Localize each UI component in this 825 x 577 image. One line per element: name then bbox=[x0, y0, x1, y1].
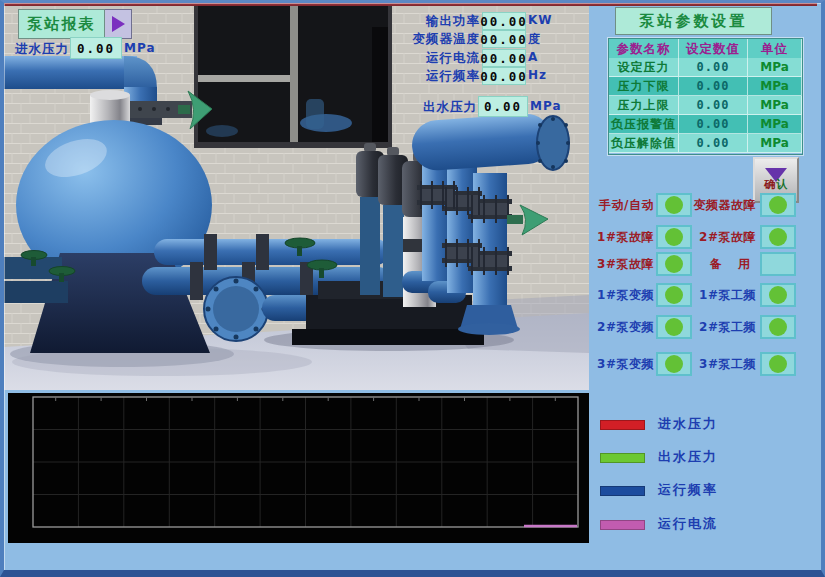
trend-chart bbox=[8, 393, 589, 543]
spare-lamp[interactable] bbox=[760, 252, 796, 276]
param-value[interactable]: 0.00 bbox=[679, 115, 748, 134]
run-frequency-unit: Hz bbox=[528, 68, 574, 82]
pump2-vfd-label: 2#泵变频 bbox=[592, 315, 654, 339]
pump2-fault-lamp[interactable] bbox=[760, 225, 796, 249]
outlet-pressure-label: 出水压力 bbox=[360, 99, 477, 116]
legend-swatch-current bbox=[600, 520, 645, 530]
param-unit: MPa bbox=[748, 115, 802, 134]
outlet-pressure-value: 0.00 bbox=[478, 96, 528, 117]
confirm-label-1: 确 bbox=[764, 178, 776, 191]
run-current-label: 运行电流 bbox=[360, 50, 480, 67]
run-current-value: 00.00 bbox=[482, 49, 526, 67]
param-name: 设定压力 bbox=[609, 58, 679, 77]
top-accent-strip bbox=[4, 3, 817, 6]
indicator-row: 3#泵故障 备 用 bbox=[590, 252, 821, 276]
legend-item: 进水压力 bbox=[590, 416, 821, 436]
legend-label-outlet: 出水压力 bbox=[658, 449, 718, 465]
confirm-label-2: 认 bbox=[776, 178, 788, 191]
spare-label: 备 用 bbox=[690, 252, 756, 276]
run-current-unit: A bbox=[528, 50, 574, 64]
col-header-name: 参数名称 bbox=[609, 39, 679, 60]
pump1-mains-lamp[interactable] bbox=[760, 283, 796, 307]
report-button-label: 泵站报表 bbox=[18, 9, 105, 39]
pump-station-hmi-screen: { "scene": { "report_button_label": "泵站报… bbox=[0, 0, 825, 577]
parameter-panel: 泵站参数设置 参数名称 设定数值 单位 设定压力 0.00 MPa 压力下限 0… bbox=[590, 3, 821, 573]
param-unit: MPa bbox=[748, 58, 802, 77]
report-arrow-icon[interactable] bbox=[105, 9, 132, 39]
pump1-vfd-label: 1#泵变频 bbox=[592, 283, 654, 307]
legend-label-current: 运行电流 bbox=[658, 516, 718, 532]
param-name: 压力下限 bbox=[609, 77, 679, 96]
param-name: 负压报警值 bbox=[609, 115, 679, 134]
inverter-temp-unit: 度 bbox=[528, 31, 574, 48]
pump2-vfd-lamp[interactable] bbox=[656, 315, 692, 339]
legend-swatch-frequency bbox=[600, 486, 645, 496]
pump1-fault-lamp[interactable] bbox=[656, 225, 692, 249]
param-name: 负压解除值 bbox=[609, 134, 679, 153]
pump2-mains-label: 2#泵工频 bbox=[690, 315, 756, 339]
legend-item: 运行电流 bbox=[590, 516, 821, 536]
param-name: 压力上限 bbox=[609, 96, 679, 115]
report-button[interactable]: 泵站报表 bbox=[18, 9, 132, 37]
inlet-pressure-value: 0.00 bbox=[70, 37, 122, 59]
pump3-fault-label: 3#泵故障 bbox=[592, 252, 654, 276]
legend-label-inlet: 进水压力 bbox=[658, 416, 718, 432]
output-power-label: 输出功率 bbox=[360, 13, 480, 30]
output-power-unit: KW bbox=[528, 13, 574, 27]
pump3-mains-label: 3#泵工频 bbox=[690, 352, 756, 376]
param-unit: MPa bbox=[748, 77, 802, 96]
inverter-fault-lamp[interactable] bbox=[760, 193, 796, 217]
inverter-temp-label: 变频器温度 bbox=[360, 31, 480, 48]
param-value[interactable]: 0.00 bbox=[679, 134, 748, 153]
col-header-value: 设定数值 bbox=[679, 39, 748, 60]
param-value[interactable]: 0.00 bbox=[679, 58, 748, 77]
param-unit: MPa bbox=[748, 96, 802, 115]
param-unit: MPa bbox=[748, 134, 802, 153]
pump1-mains-label: 1#泵工频 bbox=[690, 283, 756, 307]
run-frequency-value: 00.00 bbox=[482, 67, 526, 85]
pump2-fault-label: 2#泵故障 bbox=[690, 225, 756, 249]
inverter-temp-value: 00.00 bbox=[482, 30, 526, 48]
indicator-row: 3#泵变频 3#泵工频 bbox=[590, 352, 821, 376]
legend-swatch-inlet bbox=[600, 420, 645, 430]
inlet-pressure-unit: MPa bbox=[124, 41, 156, 55]
manual-auto-label: 手动/自动 bbox=[592, 193, 654, 217]
col-header-unit: 单位 bbox=[748, 39, 802, 60]
legend-label-frequency: 运行频率 bbox=[658, 482, 718, 498]
manual-auto-lamp[interactable] bbox=[656, 193, 692, 217]
param-value[interactable]: 0.00 bbox=[679, 77, 748, 96]
indicator-row: 1#泵变频 1#泵工频 bbox=[590, 283, 821, 307]
pump3-mains-lamp[interactable] bbox=[760, 352, 796, 376]
inlet-pressure-label: 进水压力 bbox=[15, 41, 69, 58]
pump1-fault-label: 1#泵故障 bbox=[592, 225, 654, 249]
legend-item: 运行频率 bbox=[590, 482, 821, 502]
run-frequency-label: 运行频率 bbox=[360, 68, 480, 85]
indicator-row: 手动/自动 变频器故障 bbox=[590, 193, 821, 217]
legend-swatch-outlet bbox=[600, 453, 645, 463]
inverter-fault-label: 变频器故障 bbox=[690, 193, 756, 217]
pump-station-3d-scene: 泵站报表 进水压力 0.00 MPa 输出功率 00.00 KW 变频器温度 0… bbox=[4, 3, 589, 390]
outlet-pressure-unit: MPa bbox=[530, 99, 562, 113]
pump3-vfd-lamp[interactable] bbox=[656, 352, 692, 376]
pump2-mains-lamp[interactable] bbox=[760, 315, 796, 339]
parameter-table: 参数名称 设定数值 单位 设定压力 0.00 MPa 压力下限 0.00 MPa… bbox=[608, 38, 803, 155]
output-power-value: 00.00 bbox=[482, 12, 526, 30]
panel-title: 泵站参数设置 bbox=[615, 7, 772, 35]
indicator-row: 2#泵变频 2#泵工频 bbox=[590, 315, 821, 339]
legend-item: 出水压力 bbox=[590, 449, 821, 469]
trend-chart-grid bbox=[8, 393, 589, 543]
pump3-vfd-label: 3#泵变频 bbox=[592, 352, 654, 376]
pump3-fault-lamp[interactable] bbox=[656, 252, 692, 276]
pump1-vfd-lamp[interactable] bbox=[656, 283, 692, 307]
param-value[interactable]: 0.00 bbox=[679, 96, 748, 115]
indicator-row: 1#泵故障 2#泵故障 bbox=[590, 225, 821, 249]
